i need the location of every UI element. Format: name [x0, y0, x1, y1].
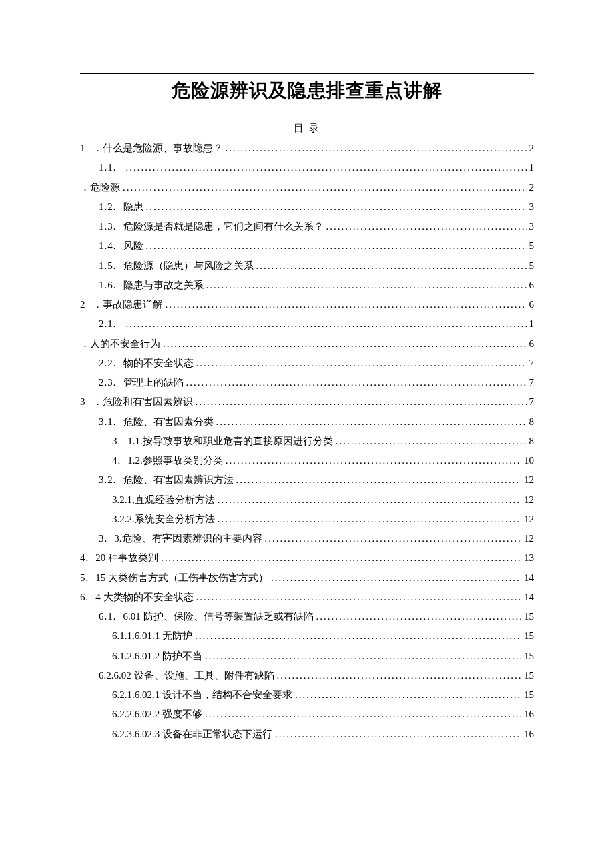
horizontal-rule	[80, 73, 534, 74]
toc-entry-text: 15 大类伤害方式（工伤事故伤害方式）	[95, 568, 268, 588]
toc-entry-page: 15	[521, 607, 534, 626]
toc-entry-number: 1.3.	[99, 217, 123, 236]
toc-leader-dots	[123, 158, 527, 177]
toc-entry: 1.4.风险5	[80, 236, 534, 256]
toc-entry-text: 4 大类物的不安全状态	[95, 588, 193, 607]
toc-leader-dots	[160, 334, 527, 354]
toc-entry-text: ．事故隐患详解	[93, 295, 163, 314]
toc-entry-text: 6.2.1.6.02.1 设计不当，结构不合安全要求	[112, 685, 292, 705]
toc-entry-page: 16	[521, 705, 534, 724]
toc-leader-dots	[333, 432, 527, 451]
toc-entry-wrap-line2: ．危险源2	[80, 178, 534, 197]
toc-entry-page: 13	[521, 548, 534, 568]
toc-entry: 4.20 种事故类别13	[80, 548, 534, 568]
toc-entry-page: 3	[527, 197, 535, 217]
toc-entry-continuation-text: ．危险源	[80, 178, 120, 197]
toc-entry-page: 6	[527, 295, 535, 314]
toc-entry-text: 危险、有害因素分类	[123, 412, 214, 432]
toc-entry: 6.2.1.6.02.1 设计不当，结构不合安全要求15	[80, 685, 534, 705]
toc-entry-number: 6.1.	[99, 607, 123, 626]
toc-leader-dots	[314, 607, 522, 626]
toc-entry-page: 15	[521, 685, 534, 705]
toc-entry-page: 2	[527, 139, 535, 158]
toc-entry-wrap-line2: ．人的不安全行为6	[80, 334, 534, 354]
toc-entry-page: 15	[521, 666, 534, 685]
toc-entry: 3.1.危险、有害因素分类8	[80, 412, 534, 432]
toc-entry: 6.1.2.6.01.2 防护不当15	[80, 646, 534, 666]
toc-entry-page: 14	[521, 588, 534, 607]
toc-leader-dots	[184, 373, 527, 392]
toc-entry-page: 10	[521, 451, 534, 470]
toc-entry-page: 1	[527, 314, 535, 334]
toc-entry: 3.2.1,直观经验分析方法12	[80, 490, 534, 510]
toc-entry-number: 3.2.	[99, 470, 123, 490]
toc-leader-dots	[194, 588, 522, 607]
toc-entry: 6.4 大类物的不安全状态14	[80, 588, 534, 607]
toc-entry-page: 3	[527, 217, 535, 236]
toc-entry-text: 危险、有害因素辨识方法	[123, 470, 234, 490]
toc-leader-dots	[214, 412, 527, 432]
toc-entry: 3.3.危险、有害因素辨识的主要内容12	[80, 529, 534, 548]
toc-entry: 3.2.2.系统安全分析方法12	[80, 510, 534, 529]
toc-entry-page: 15	[521, 626, 534, 646]
toc-heading: 目 录	[80, 122, 534, 135]
toc-entry-text: ．什么是危险源、事故隐患？	[93, 139, 223, 158]
toc-leader-dots	[194, 354, 527, 373]
toc-leader-dots	[202, 646, 521, 666]
toc-entry-page: 12	[521, 510, 534, 529]
toc-entry-number: 1	[80, 139, 93, 158]
toc-entry: 1.3.危险源是否就是隐患，它们之间有什么关系？3	[80, 217, 534, 236]
toc-entry: 3.1.1.按导致事故和职业危害的直接原因进行分类8	[80, 432, 534, 451]
toc-entry-text: 1.1.按导致事故和职业危害的直接原因进行分类	[127, 432, 333, 451]
toc-leader-dots	[272, 725, 521, 744]
toc-leader-dots	[215, 510, 521, 529]
toc-entry-number: 1.6.	[99, 276, 123, 295]
toc-entry: 5.15 大类伤害方式（工伤事故伤害方式）14	[80, 568, 534, 588]
toc-leader-dots	[158, 548, 521, 568]
toc-entry: 4.1.2.参照事故类别分类10	[80, 451, 534, 470]
toc-entry-text: 管理上的缺陷	[123, 373, 184, 392]
toc-entry: 2.3.管理上的缺陷7	[80, 373, 534, 392]
toc-entry-continuation-text: ．人的不安全行为	[80, 334, 160, 354]
toc-leader-dots	[324, 217, 527, 236]
toc-entry-text: 3.2.1,直观经验分析方法	[112, 490, 215, 510]
toc-leader-dots	[192, 626, 521, 646]
toc-entry: 6.2.3.6.02.3 设备在非正常状态下运行16	[80, 725, 534, 744]
toc-entry-text: 6.1.2.6.01.2 防护不当	[112, 646, 202, 666]
toc-entry: 1.6.隐患与事故之关系6	[80, 276, 534, 295]
toc-entry-text: 危险源是否就是隐患，它们之间有什么关系？	[123, 217, 324, 236]
toc-entry-page: 12	[521, 529, 534, 548]
toc-entry-number: 2.1.	[99, 314, 123, 334]
toc-entry-text: 3.危险、有害因素辨识的主要内容	[114, 529, 262, 548]
toc-leader-dots	[193, 392, 527, 412]
toc-entry-text: 6.2.2.6.02.2 强度不够	[112, 705, 202, 724]
toc-leader-dots	[223, 139, 527, 158]
toc-entry-number: 6.	[80, 588, 95, 607]
toc-entry-number: 3.	[112, 432, 127, 451]
toc-leader-dots	[123, 314, 527, 334]
toc-entry-wrap-line1: 1.1.1	[80, 158, 534, 177]
toc-leader-dots	[292, 685, 521, 705]
toc-entry: 6.2.2.6.02.2 强度不够16	[80, 705, 534, 724]
toc-entry-page: 5	[527, 236, 535, 256]
toc-entry-text: 6.2.3.6.02.3 设备在非正常状态下运行	[112, 725, 272, 744]
toc-entry: 1.5.危险源（隐患）与风险之关系5	[80, 256, 534, 276]
toc-entry-number: 3.1.	[99, 412, 123, 432]
toc-entry-number: 4.	[80, 548, 95, 568]
toc-leader-dots	[268, 568, 521, 588]
toc-entry-page: 6	[527, 334, 535, 354]
toc-leader-dots	[215, 490, 521, 510]
toc-entry-number: 3	[80, 392, 93, 412]
toc-entry-page: 8	[527, 432, 535, 451]
toc-entry-text: ．危险和有害因素辨识	[93, 392, 193, 412]
toc-entry-number: 5.	[80, 568, 95, 588]
toc-leader-dots	[274, 666, 522, 685]
toc-entry-page: 1	[527, 158, 535, 177]
toc-entry-number: 3.	[99, 529, 114, 548]
toc-leader-dots	[143, 236, 527, 256]
toc-entry: 2.2.物的不安全状态7	[80, 354, 534, 373]
toc-entry-wrapped: 2.1.1．人的不安全行为6	[80, 314, 534, 354]
toc-entry-number: 1.5.	[99, 256, 123, 276]
toc-entry-number: 2.3.	[99, 373, 123, 392]
toc-entry: 6.1.1.6.01.1 无防护15	[80, 626, 534, 646]
